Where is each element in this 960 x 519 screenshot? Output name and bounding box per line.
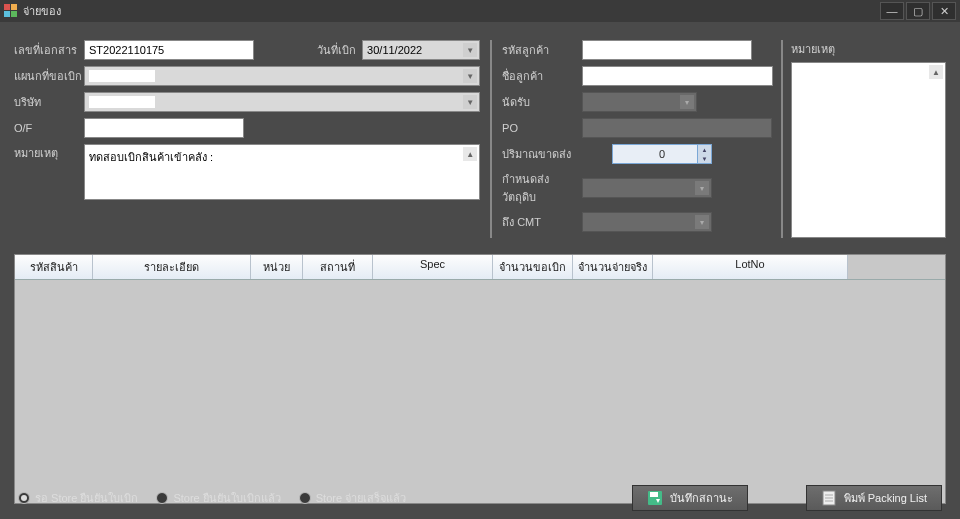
cust-name-input[interactable] (582, 66, 773, 86)
col-unit[interactable]: หน่วย (251, 255, 303, 279)
app-icon (4, 4, 18, 18)
status-radio-paid-label: Store จ่ายเสร็จแล้ว (316, 489, 406, 507)
fabric-date-select[interactable]: ▾ (582, 178, 712, 198)
remark-textarea[interactable]: ทดสอบเบิกสินค้าเข้าคลัง : ▲ (84, 144, 480, 200)
svg-rect-3 (11, 11, 17, 17)
chevron-down-icon: ▾ (695, 181, 709, 195)
doc-no-input[interactable] (84, 40, 254, 60)
document-icon (821, 490, 837, 506)
svg-rect-5 (650, 492, 658, 497)
svg-rect-1 (11, 4, 17, 10)
remark2-label: หมายเหตุ (791, 40, 946, 58)
status-radio-waiting[interactable]: รอ Store ยืนยันใบเบิก (18, 489, 138, 507)
cust-code-label: รหัสลูกค้า (502, 41, 582, 59)
vertical-separator (781, 40, 783, 238)
status-radio-confirmed[interactable]: Store ยืนยันใบเบิกแล้ว (156, 489, 280, 507)
col-detail[interactable]: รายละเอียด (93, 255, 251, 279)
save-status-label: บันทึกสถานะ (670, 489, 733, 507)
status-radio-paid[interactable]: Store จ่ายเสร็จแล้ว (299, 489, 406, 507)
status-radio-confirmed-label: Store ยืนยันใบเบิกแล้ว (173, 489, 280, 507)
issue-date-picker[interactable]: 30/11/2022 ▼ (362, 40, 480, 60)
cmt-label: ถึง CMT (502, 213, 582, 231)
receive-label: นัดรับ (502, 93, 582, 111)
company-label: บริษัท (14, 93, 84, 111)
cust-code-input[interactable] (582, 40, 752, 60)
print-packing-button[interactable]: พิมพ์ Packing List (806, 485, 942, 511)
print-packing-label: พิมพ์ Packing List (844, 489, 927, 507)
save-status-button[interactable]: บันทึกสถานะ (632, 485, 748, 511)
titlebar: จ่ายของ — ▢ ✕ (0, 0, 960, 22)
radio-icon (18, 492, 30, 504)
doc-no-label: เลขที่เอกสาร (14, 41, 84, 59)
po-label: PO (502, 122, 582, 134)
svg-rect-0 (4, 4, 10, 10)
scroll-up-icon[interactable]: ▲ (929, 65, 943, 79)
col-lotno[interactable]: LotNo (653, 255, 848, 279)
cmt-select[interactable]: ▾ (582, 212, 712, 232)
chevron-down-icon: ▾ (680, 95, 694, 109)
of-label: O/F (14, 122, 84, 134)
remark-value: ทดสอบเบิกสินค้าเข้าคลัง : (89, 151, 213, 163)
vertical-separator (490, 40, 492, 238)
chevron-down-icon: ▼ (463, 95, 477, 109)
chevron-down-icon: ▾ (695, 215, 709, 229)
minimize-button[interactable]: — (880, 2, 904, 20)
radio-icon (299, 492, 311, 504)
dept-label: แผนกที่ขอเบิก (14, 67, 84, 85)
col-code[interactable]: รหัสสินค้า (15, 255, 93, 279)
dept-value: xxxxxxxxxxxx (89, 70, 155, 82)
issue-date-label: วันที่เบิก (317, 41, 362, 59)
status-radio-waiting-label: รอ Store ยืนยันใบเบิก (35, 489, 138, 507)
chevron-down-icon: ▼ (463, 43, 477, 57)
col-location[interactable]: สถานที่ (303, 255, 373, 279)
short-qty-value: 0 (659, 148, 665, 160)
company-select[interactable]: xxxxxxxxxxxx ▼ (84, 92, 480, 112)
issue-date-value: 30/11/2022 (367, 44, 422, 56)
col-spec[interactable]: Spec (373, 255, 493, 279)
footer-bar: รอ Store ยืนยันใบเบิก Store ยืนยันใบเบิก… (8, 483, 952, 513)
short-qty-spinner[interactable]: 0 ▲▼ (612, 144, 712, 164)
spin-down-icon[interactable]: ▼ (697, 154, 711, 163)
cust-name-label: ชื่อลูกค้า (502, 67, 582, 85)
items-grid[interactable]: รหัสสินค้า รายละเอียด หน่วย สถานที่ Spec… (14, 254, 946, 504)
col-req-qty[interactable]: จำนวนขอเบิก (493, 255, 573, 279)
remark-label: หมายเหตุ (14, 144, 84, 162)
fabric-date-label: กำหนดส่งวัตถุดิบ (502, 170, 582, 206)
col-pay-qty[interactable]: จำนวนจ่ายจริง (573, 255, 653, 279)
po-input[interactable] (582, 118, 772, 138)
maximize-button[interactable]: ▢ (906, 2, 930, 20)
svg-rect-2 (4, 11, 10, 17)
chevron-down-icon: ▼ (463, 69, 477, 83)
save-icon (647, 490, 663, 506)
spin-up-icon[interactable]: ▲ (697, 145, 711, 154)
receive-select[interactable]: ▾ (582, 92, 697, 112)
dept-select[interactable]: xxxxxxxxxxxx ▼ (84, 66, 480, 86)
close-button[interactable]: ✕ (932, 2, 956, 20)
radio-icon (156, 492, 168, 504)
col-filler (848, 255, 945, 279)
remark2-textarea[interactable]: ▲ (791, 62, 946, 238)
window-title: จ่ายของ (23, 2, 878, 20)
scroll-up-icon[interactable]: ▲ (463, 147, 477, 161)
company-value: xxxxxxxxxxxx (89, 96, 155, 108)
grid-header: รหัสสินค้า รายละเอียด หน่วย สถานที่ Spec… (15, 255, 945, 280)
of-input[interactable] (84, 118, 244, 138)
short-qty-label: ปริมาณขาดส่ง (502, 145, 582, 163)
